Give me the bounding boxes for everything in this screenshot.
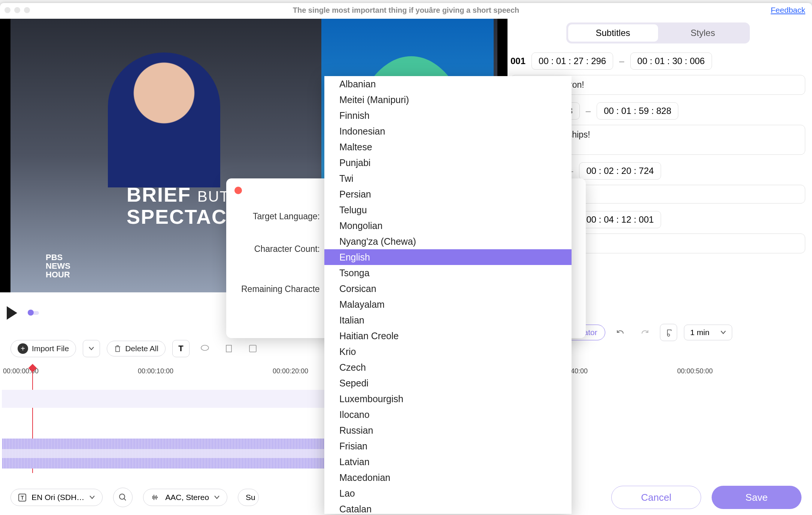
- language-option[interactable]: Albanian: [324, 76, 572, 92]
- timecode-dash: –: [586, 106, 591, 116]
- search-button[interactable]: [113, 488, 133, 507]
- cancel-button[interactable]: Cancel: [611, 486, 701, 509]
- remaining-label: Remaining Characte: [241, 284, 320, 294]
- svg-rect-1: [226, 345, 231, 352]
- target-language-label: Target Language:: [241, 211, 320, 222]
- cue-number: 001: [510, 56, 525, 66]
- music-icon: [665, 328, 672, 337]
- caption-icon: T: [18, 494, 26, 502]
- delete-all-button[interactable]: Delete All: [107, 341, 166, 356]
- timecode-out[interactable]: 00 : 01 : 59 : 828: [597, 102, 678, 120]
- language-option[interactable]: Frisian: [324, 438, 572, 454]
- timecode-in[interactable]: 00 : 01 : 27 : 296: [531, 52, 613, 70]
- ruler-mark: 40:00: [571, 367, 588, 375]
- inspector-tabs: Subtitles Styles: [566, 22, 750, 43]
- language-option[interactable]: Luxembourgish: [324, 391, 572, 407]
- language-option[interactable]: Punjabi: [324, 155, 572, 171]
- close-icon[interactable]: [234, 187, 242, 194]
- scrub-slider[interactable]: [28, 311, 39, 315]
- language-option[interactable]: Persian: [324, 186, 572, 202]
- text-icon: T: [178, 344, 183, 353]
- timecode-dash: –: [619, 56, 624, 66]
- svg-rect-2: [249, 345, 256, 352]
- window-title: The single most important thing if youâr…: [293, 6, 519, 15]
- language-option[interactable]: Haitian Creole: [324, 328, 572, 344]
- lasso-icon: [200, 344, 210, 353]
- language-option[interactable]: Czech: [324, 359, 572, 375]
- svg-point-3: [119, 494, 125, 499]
- feedback-link[interactable]: Feedback: [771, 6, 805, 15]
- traffic-lights: [4, 7, 30, 13]
- language-dropdown[interactable]: AlbanianMeitei (Manipuri)FinnishIndonesi…: [324, 76, 572, 514]
- truncated-selector[interactable]: Su: [238, 489, 259, 506]
- close-window-icon[interactable]: [4, 7, 10, 13]
- language-option[interactable]: Lao: [324, 485, 572, 501]
- tool-button-3[interactable]: [220, 340, 237, 357]
- timecode-out[interactable]: 00 : 04 : 12 : 001: [579, 211, 661, 228]
- delete-all-label: Delete All: [125, 344, 158, 353]
- tab-styles[interactable]: Styles: [658, 24, 748, 42]
- language-option[interactable]: Macedonian: [324, 470, 572, 485]
- import-file-label: Import File: [32, 344, 69, 353]
- text-tool-button[interactable]: T: [172, 340, 190, 357]
- language-option[interactable]: Twi: [324, 171, 572, 186]
- truncated-label: Su: [246, 493, 255, 502]
- trash-icon: [114, 344, 121, 353]
- undo-icon: [616, 328, 625, 337]
- language-option[interactable]: Nyang'za (Chewa): [324, 234, 572, 249]
- ruler-mark: 00:00:10:00: [138, 367, 173, 375]
- zoom-selector[interactable]: 1 min: [684, 325, 732, 340]
- language-option[interactable]: Ilocano: [324, 407, 572, 422]
- pbs-logo: PBS NEWS HOUR: [46, 253, 70, 279]
- undo-button[interactable]: [612, 324, 629, 341]
- timecode-out[interactable]: 00 : 01 : 30 : 006: [630, 52, 712, 70]
- language-option[interactable]: Meitei (Manipuri): [324, 92, 572, 108]
- note-icon: [248, 344, 258, 353]
- app-window: The single most important thing if youâr…: [0, 3, 812, 515]
- audio-selector[interactable]: AAC, Stereo: [143, 489, 227, 506]
- language-option[interactable]: Sepedi: [324, 375, 572, 391]
- character-count-label: Character Count:: [241, 244, 320, 254]
- search-icon: [119, 493, 127, 502]
- zoom-window-icon[interactable]: [24, 7, 30, 13]
- music-button[interactable]: [660, 324, 677, 341]
- import-file-button[interactable]: + Import File: [10, 340, 76, 357]
- plus-icon: +: [18, 343, 28, 354]
- language-selector[interactable]: T EN Ori (SDH…: [10, 489, 103, 506]
- language-option[interactable]: Finnish: [324, 108, 572, 123]
- tab-subtitles[interactable]: Subtitles: [568, 24, 658, 42]
- tool-button-2[interactable]: [196, 340, 213, 357]
- redo-icon: [640, 328, 649, 337]
- language-option[interactable]: Maltese: [324, 139, 572, 155]
- minimize-window-icon[interactable]: [14, 7, 20, 13]
- waveform-icon: [151, 494, 160, 501]
- titlebar: The single most important thing if youâr…: [0, 3, 812, 17]
- redo-button[interactable]: [636, 324, 653, 341]
- language-option[interactable]: Corsican: [324, 281, 572, 296]
- language-option[interactable]: Latvian: [324, 454, 572, 470]
- timecode-out[interactable]: 00 : 02 : 20 : 724: [579, 162, 661, 180]
- tool-button-4[interactable]: [244, 340, 261, 357]
- chevron-down-icon: [90, 496, 95, 499]
- language-option[interactable]: Catalan: [324, 501, 572, 514]
- language-option[interactable]: Malayalam: [324, 296, 572, 312]
- import-dropdown-button[interactable]: [83, 340, 100, 357]
- transport-controls: [7, 304, 59, 322]
- marker-icon: [224, 344, 234, 353]
- language-option[interactable]: Krio: [324, 344, 572, 359]
- ruler-mark: 00:00:50:00: [677, 367, 713, 375]
- save-button[interactable]: Save: [712, 486, 802, 509]
- language-option[interactable]: Tsonga: [324, 265, 572, 281]
- language-option[interactable]: English: [324, 249, 572, 265]
- svg-point-0: [201, 345, 209, 350]
- language-option[interactable]: Telugu: [324, 202, 572, 218]
- audio-label: AAC, Stereo: [165, 493, 209, 502]
- language-option[interactable]: Russian: [324, 422, 572, 438]
- language-option[interactable]: Italian: [324, 312, 572, 328]
- play-icon[interactable]: [7, 306, 17, 320]
- language-option[interactable]: Indonesian: [324, 123, 572, 139]
- zoom-label: 1 min: [690, 328, 709, 337]
- chevron-down-icon: [721, 331, 726, 334]
- ruler-mark: 00:00:20:00: [273, 367, 308, 375]
- language-option[interactable]: Mongolian: [324, 218, 572, 234]
